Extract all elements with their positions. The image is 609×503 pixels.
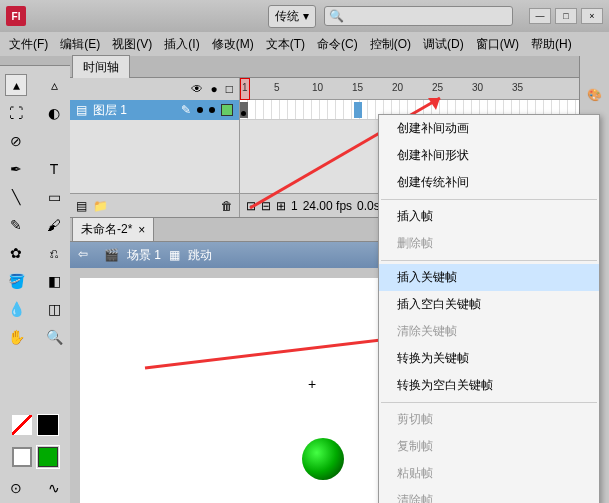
frame-ruler[interactable]: 1 5 10 15 20 25 30 35 — [240, 78, 579, 100]
eraser-tool[interactable]: ◫ — [43, 298, 65, 320]
context-item[interactable]: 创建补间形状 — [379, 142, 599, 169]
tick-15: 15 — [352, 82, 363, 93]
context-item[interactable]: 创建传统补间 — [379, 169, 599, 196]
tool-options: ⊙ ∿ — [0, 477, 70, 499]
context-item[interactable]: 创建补间动画 — [379, 115, 599, 142]
ink-bottle-tool[interactable]: ◧ — [43, 270, 65, 292]
document-tab[interactable]: 未命名-2* × — [72, 217, 154, 242]
layer-pencil-icon: ✎ — [181, 103, 191, 117]
menu-bar: 文件(F) 编辑(E) 视图(V) 插入(I) 修改(M) 文本(T) 命令(C… — [0, 32, 609, 56]
layer-pane: 👁 ● □ ▤ 图层 1 ✎ ▤ 📁 🗑 — [70, 78, 240, 217]
new-layer-button[interactable]: ▤ — [76, 199, 87, 213]
green-ball-shape[interactable] — [302, 438, 344, 480]
context-item[interactable]: 转换为空白关键帧 — [379, 372, 599, 399]
3d-rotation-tool[interactable]: ◐ — [43, 102, 65, 124]
close-tab-icon[interactable]: × — [138, 223, 145, 237]
menu-debug[interactable]: 调试(D) — [418, 33, 469, 56]
symbol-icon: ▦ — [169, 248, 180, 262]
context-item[interactable]: 插入帧 — [379, 203, 599, 230]
menu-modify[interactable]: 修改(M) — [207, 33, 259, 56]
rectangle-tool[interactable]: ▭ — [43, 186, 65, 208]
scene-name[interactable]: 场景 1 — [127, 247, 161, 264]
context-item[interactable]: 插入空白关键帧 — [379, 291, 599, 318]
search-input[interactable] — [348, 9, 508, 23]
fill-row — [12, 447, 58, 467]
selection-tool[interactable]: ▴ — [5, 74, 27, 96]
back-arrow-icon[interactable]: ⇦ — [78, 247, 96, 263]
tick-5: 5 — [274, 82, 280, 93]
context-item[interactable]: 插入关键帧 — [379, 264, 599, 291]
free-transform-tool[interactable]: ⛶ — [5, 102, 27, 124]
minimize-button[interactable]: — — [529, 8, 551, 24]
menu-edit[interactable]: 编辑(E) — [55, 33, 105, 56]
tool-panel-header[interactable] — [0, 56, 70, 66]
onion-skin-outlines-icon[interactable]: ⊟ — [261, 199, 271, 213]
pen-tool[interactable]: ✒ — [5, 158, 27, 180]
swap-colors-icon[interactable] — [38, 415, 58, 435]
outline-header-icon[interactable]: □ — [226, 82, 233, 96]
stroke-fill-swatches — [12, 415, 58, 435]
snap-to-object-icon[interactable]: ⊙ — [5, 477, 27, 499]
layer-name: 图层 1 — [93, 102, 175, 119]
selected-frame[interactable] — [354, 102, 362, 118]
context-item[interactable]: 转换为关键帧 — [379, 345, 599, 372]
delete-layer-button[interactable]: 🗑 — [221, 199, 233, 213]
chevron-down-icon: ▾ — [303, 9, 309, 23]
line-tool[interactable]: ╲ — [5, 186, 27, 208]
close-button[interactable]: × — [581, 8, 603, 24]
deco-tool[interactable]: ✿ — [5, 242, 27, 264]
tick-10: 10 — [312, 82, 323, 93]
zoom-tool[interactable]: 🔍 — [43, 326, 65, 348]
hand-tool[interactable]: ✋ — [5, 326, 27, 348]
maximize-button[interactable]: □ — [555, 8, 577, 24]
eyedropper-tool[interactable]: 💧 — [5, 298, 27, 320]
symbol-name[interactable]: 跳动 — [188, 247, 212, 264]
menu-control[interactable]: 控制(O) — [365, 33, 416, 56]
menu-insert[interactable]: 插入(I) — [159, 33, 204, 56]
text-tool[interactable]: T — [43, 158, 65, 180]
layer-lock-dot[interactable] — [209, 107, 215, 113]
workspace-dropdown[interactable]: 传统 ▾ — [268, 5, 316, 28]
tick-30: 30 — [472, 82, 483, 93]
workspace-dropdown-label: 传统 — [275, 8, 299, 25]
context-item: 复制帧 — [379, 433, 599, 460]
menu-view[interactable]: 视图(V) — [107, 33, 157, 56]
tick-25: 25 — [432, 82, 443, 93]
onion-skin-icon[interactable]: ⊡ — [246, 199, 256, 213]
current-frame: 1 — [291, 199, 298, 213]
layer-outline-box[interactable] — [221, 104, 233, 116]
paint-bucket-tool[interactable]: 🪣 — [5, 270, 27, 292]
visibility-header-icon[interactable]: 👁 — [191, 82, 203, 96]
subselection-tool[interactable]: ▵ — [43, 74, 65, 96]
menu-file[interactable]: 文件(F) — [4, 33, 53, 56]
tick-20: 20 — [392, 82, 403, 93]
new-folder-button[interactable]: 📁 — [93, 199, 108, 213]
menu-command[interactable]: 命令(C) — [312, 33, 363, 56]
keyframe-1[interactable] — [240, 102, 248, 118]
menu-help[interactable]: 帮助(H) — [526, 33, 577, 56]
context-item: 删除帧 — [379, 230, 599, 257]
context-item: 清除帧 — [379, 487, 599, 503]
layer-row[interactable]: ▤ 图层 1 ✎ — [70, 100, 239, 120]
pencil-tool[interactable]: ✎ — [5, 214, 27, 236]
context-separator — [381, 402, 597, 403]
fill-swatch[interactable] — [38, 447, 58, 467]
brush-tool[interactable]: 🖌 — [43, 214, 65, 236]
bw-default-icon[interactable] — [12, 447, 32, 467]
registration-point-icon: + — [308, 376, 316, 392]
edit-multiple-frames-icon[interactable]: ⊞ — [276, 199, 286, 213]
timeline-tab[interactable]: 时间轴 — [72, 55, 130, 79]
smooth-icon[interactable]: ∿ — [43, 477, 65, 499]
bone-tool[interactable]: ⎌ — [43, 242, 65, 264]
layer-header: 👁 ● □ — [70, 78, 239, 100]
lock-header-icon[interactable]: ● — [211, 82, 218, 96]
fps-display: 24.00 fps — [303, 199, 352, 213]
search-box[interactable]: 🔍 — [324, 6, 513, 26]
layer-visible-dot[interactable] — [197, 107, 203, 113]
document-tab-label: 未命名-2* — [81, 221, 132, 238]
menu-text[interactable]: 文本(T) — [261, 33, 310, 56]
stroke-swatch[interactable] — [12, 415, 32, 435]
menu-window[interactable]: 窗口(W) — [471, 33, 524, 56]
color-panel-icon[interactable]: 🎨 — [587, 88, 602, 102]
lasso-tool[interactable]: ⊘ — [5, 130, 27, 152]
